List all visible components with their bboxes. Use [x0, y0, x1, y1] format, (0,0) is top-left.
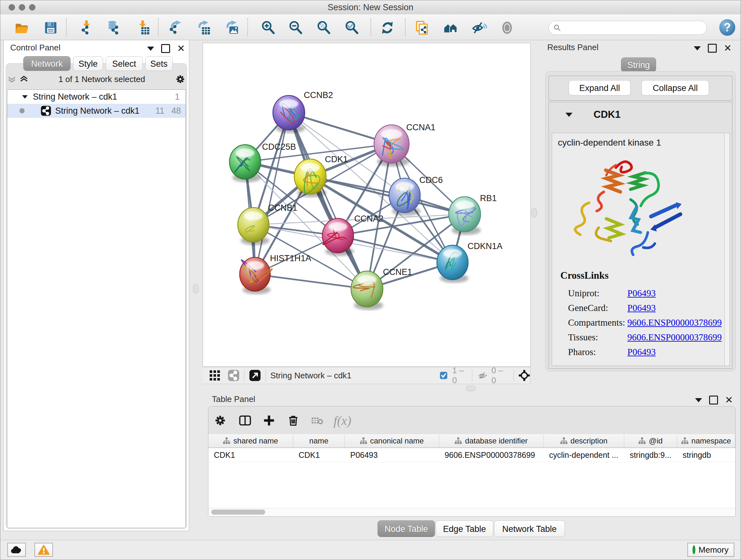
- zoom-out-button[interactable]: [287, 19, 305, 37]
- delete-table-button[interactable]: [309, 413, 325, 428]
- network-options-gear-icon[interactable]: [175, 74, 186, 84]
- panel-float-icon[interactable]: [708, 44, 717, 53]
- tab-string[interactable]: String: [621, 57, 656, 72]
- right-splitter-handle[interactable]: [531, 208, 537, 217]
- export-image-button[interactable]: [223, 19, 240, 37]
- export-network-button[interactable]: [167, 19, 185, 37]
- network-snapshot-button[interactable]: [413, 19, 430, 37]
- selected-checkbox-icon[interactable]: [440, 370, 448, 381]
- edge-HIST1H1A-CCNE1[interactable]: [255, 274, 367, 289]
- node-CDK1[interactable]: CDK1: [294, 154, 348, 197]
- detach-view-icon[interactable]: [249, 369, 261, 381]
- expand-all-button[interactable]: Expand All: [569, 80, 630, 96]
- node-CCNE1[interactable]: CCNE1: [351, 267, 412, 310]
- hide-graphics-details-button[interactable]: [470, 19, 488, 37]
- panel-close-icon[interactable]: ✕: [725, 396, 733, 403]
- memory-button[interactable]: Memory: [687, 543, 734, 557]
- open-session-button[interactable]: [13, 19, 30, 37]
- node-CCNB2[interactable]: CCNB2: [273, 90, 333, 133]
- column-header-database-identifier[interactable]: database identifier: [439, 434, 544, 448]
- tab-network-table[interactable]: Network Table: [494, 520, 565, 537]
- cell-description[interactable]: cyclin-dependent ...: [544, 448, 624, 462]
- cell-canonical-name[interactable]: P06493: [345, 448, 439, 462]
- birds-eye-view-icon[interactable]: [227, 369, 240, 381]
- column-header-name[interactable]: name: [293, 434, 345, 448]
- zoom-in-button[interactable]: [260, 19, 277, 37]
- delete-column-button[interactable]: [286, 413, 301, 428]
- crosslink-link[interactable]: 9606.ENSP00000378699: [627, 317, 722, 328]
- tab-node-table[interactable]: Node Table: [378, 520, 435, 537]
- import-database-button[interactable]: [105, 19, 122, 37]
- cloud-status-button[interactable]: [7, 543, 26, 557]
- panel-menu-icon[interactable]: [695, 398, 702, 402]
- node-CDC6[interactable]: CDC6: [389, 175, 443, 216]
- import-network-button[interactable]: [78, 19, 95, 37]
- node-RB1[interactable]: RB1: [449, 193, 497, 235]
- add-column-button[interactable]: [261, 413, 277, 428]
- cell-database-identifier[interactable]: 9606.ENSP00000378699: [439, 448, 544, 462]
- zoom-fit-button[interactable]: [315, 19, 333, 37]
- column-header-description[interactable]: description: [544, 434, 624, 448]
- function-builder-button[interactable]: f(x): [335, 413, 350, 428]
- left-splitter-handle[interactable]: [193, 284, 199, 294]
- fit-content-crosshair-icon[interactable]: [518, 368, 530, 383]
- network-row-selected[interactable]: String Network – cdk1 11 48: [7, 104, 185, 118]
- panel-close-icon[interactable]: ✕: [177, 45, 185, 52]
- show-graphics-details-button[interactable]: [498, 19, 516, 37]
- panel-close-icon[interactable]: ✕: [724, 45, 732, 52]
- panel-float-icon[interactable]: [161, 44, 170, 53]
- node-CCNB1[interactable]: CCNB1: [238, 203, 297, 245]
- help-button[interactable]: ?: [719, 19, 735, 36]
- save-session-button[interactable]: [42, 19, 59, 37]
- entry-collapse-icon[interactable]: [565, 113, 572, 117]
- column-header-canonical-name[interactable]: canonical name: [345, 434, 439, 448]
- edge-CCNB2-HIST1H1A[interactable]: [255, 113, 289, 274]
- panel-float-icon[interactable]: [709, 395, 718, 405]
- collapse-all-button[interactable]: Collapse All: [642, 80, 709, 96]
- node-CCNA1[interactable]: CCNA1: [374, 123, 435, 167]
- cell-name[interactable]: CDK1: [293, 448, 345, 462]
- warning-status-button[interactable]: [35, 543, 53, 557]
- panel-menu-icon[interactable]: [147, 47, 154, 51]
- table-row[interactable]: CDK1CDK1P064939606.ENSP00000378699cyclin…: [208, 448, 735, 462]
- cell-namespace[interactable]: stringdb: [677, 448, 735, 462]
- tab-network[interactable]: Network: [23, 56, 71, 71]
- split-columns-button[interactable]: [238, 413, 253, 428]
- grid-view-icon[interactable]: [209, 370, 220, 381]
- crosslink-link[interactable]: P06493: [627, 347, 656, 357]
- import-table-button[interactable]: [134, 19, 151, 37]
- scrollbar-thumb[interactable]: [211, 509, 265, 515]
- export-table-button[interactable]: [195, 19, 212, 37]
- horizontal-splitter-handle[interactable]: [466, 386, 475, 391]
- column-header-shared-name[interactable]: shared name: [208, 434, 293, 448]
- network-collection-row[interactable]: String Network – cdk1 1: [7, 90, 185, 104]
- tab-sets[interactable]: Sets: [145, 56, 173, 71]
- tab-style[interactable]: Style: [73, 56, 103, 71]
- node-CDKN1A[interactable]: CDKN1A: [437, 241, 502, 283]
- column-header--id[interactable]: @id: [624, 434, 677, 448]
- crosslink-link[interactable]: P06493: [627, 303, 656, 313]
- expand-all-networks-icon[interactable]: [19, 74, 29, 84]
- collapse-all-networks-icon[interactable]: [7, 74, 17, 84]
- search-input[interactable]: [561, 23, 706, 32]
- crosslink-link[interactable]: 9606.ENSP00000378699: [627, 332, 722, 343]
- column-header-namespace[interactable]: namespace: [677, 434, 735, 448]
- first-neighbors-button[interactable]: [442, 19, 460, 37]
- node-HIST1H1A[interactable]: HIST1H1A: [240, 253, 311, 294]
- search-box[interactable]: [549, 21, 707, 35]
- import-database-icon: [106, 20, 122, 36]
- tab-edge-table[interactable]: Edge Table: [435, 520, 493, 537]
- refresh-button[interactable]: [379, 19, 396, 37]
- table-horizontal-scrollbar[interactable]: [208, 508, 735, 516]
- cell-shared-name[interactable]: CDK1: [208, 448, 293, 462]
- tab-select[interactable]: Select: [106, 56, 143, 71]
- zoom-selected-button[interactable]: [343, 19, 360, 37]
- gear-button[interactable]: [212, 413, 228, 428]
- cell--id[interactable]: stringdb:9...: [624, 448, 677, 462]
- panel-menu-icon[interactable]: [694, 46, 701, 51]
- collection-expand-icon[interactable]: [22, 95, 28, 98]
- network-graph[interactable]: CCNB2 CCNA1 CDC25B CDK1 CDC6 RB1 CCNB1: [203, 43, 530, 367]
- results-scrollbar[interactable]: [724, 133, 730, 366]
- network-canvas[interactable]: CCNB2 CCNA1 CDC25B CDK1 CDC6 RB1 CCNB1: [203, 43, 531, 367]
- crosslink-link[interactable]: P06493: [627, 288, 656, 299]
